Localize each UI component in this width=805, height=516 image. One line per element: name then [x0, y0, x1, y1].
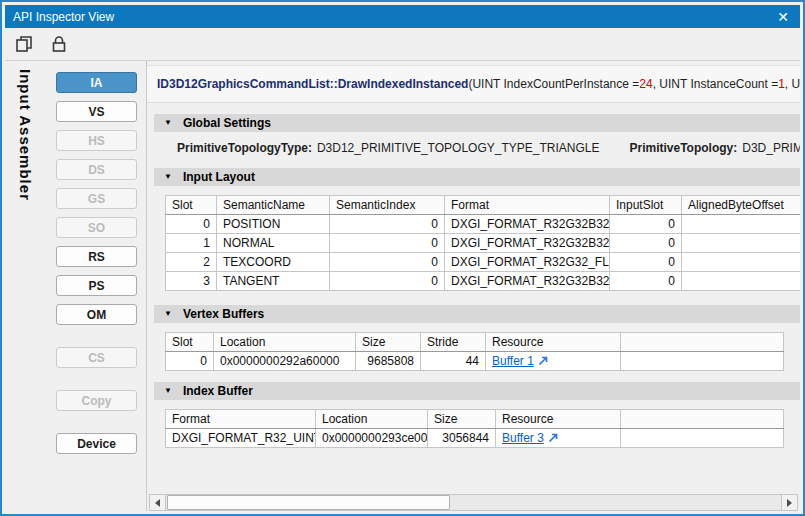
close-icon: ✕ [777, 9, 789, 25]
api-arg-value: 24 [639, 77, 652, 91]
stage-button-ds: DS [56, 159, 137, 180]
table-row[interactable]: 0 POSITION 0 DXGI_FORMAT_R32G32B32_FLOAT… [166, 215, 801, 234]
table-cell [682, 234, 801, 253]
stage-label: Input Assembler [17, 69, 34, 201]
stage-button-so: SO [56, 217, 137, 238]
api-arg-text: , UINT Sta... [785, 77, 800, 91]
table-cell: Buffer 1 [486, 352, 621, 371]
column-header[interactable]: Stride [421, 333, 486, 352]
table-cell [682, 215, 801, 234]
close-button[interactable]: ✕ [772, 7, 794, 27]
table-cell: DXGI_FORMAT_R32_UINT [166, 429, 316, 448]
index-buffer-table: Format Location Size Resource DXGI_FORMA… [165, 409, 784, 448]
stage-button-copy: Copy [56, 390, 137, 411]
column-header[interactable]: Slot [166, 196, 217, 215]
api-arg-text: , UINT InstanceCount = [653, 77, 779, 91]
table-cell: 9685808 [356, 352, 421, 371]
table-cell: TANGENT [217, 272, 330, 291]
pipeline-sidebar: Input Assembler IA VS HS DS GS SO RS PS … [5, 61, 146, 511]
table-cell: Buffer 3 [496, 429, 621, 448]
toolbar [5, 28, 800, 61]
table-row[interactable]: 0 0x0000000292a60000 9685808 44 Buffer 1 [166, 352, 784, 371]
table-cell: DXGI_FORMAT_R32G32_FLOAT [445, 253, 610, 272]
column-header[interactable] [621, 333, 784, 352]
column-header[interactable]: Slot [166, 333, 214, 352]
table-cell: 0 [330, 234, 445, 253]
column-header[interactable]: InputSlot [610, 196, 682, 215]
stage-button-column: IA VS HS DS GS SO RS PS OM CS Copy Devic… [56, 72, 137, 462]
table-row[interactable]: 1 NORMAL 0 DXGI_FORMAT_R32G32B32_FLOAT 0 [166, 234, 801, 253]
section-header-vertex-buffers[interactable]: ▼ Vertex Buffers [154, 305, 800, 323]
table-cell: NORMAL [217, 234, 330, 253]
table-cell [682, 272, 801, 291]
section-header-input-layout[interactable]: ▼ Input Layout [154, 168, 800, 186]
table-cell: 1 [166, 234, 217, 253]
column-header[interactable]: Resource [496, 410, 621, 429]
goto-resource-icon [548, 432, 558, 446]
copy-icon [14, 34, 34, 54]
api-arg-value: 1 [778, 77, 785, 91]
lock-icon [50, 34, 68, 54]
collapse-arrow-icon: ▼ [164, 173, 172, 181]
property-label: PrimitiveTopology: [629, 141, 737, 155]
section-header-index-buffer[interactable]: ▼ Index Buffer [154, 382, 800, 400]
copy-button[interactable] [11, 31, 37, 57]
goto-resource-icon [538, 355, 548, 369]
api-arg-text: (UINT IndexCountPerInstance = [468, 77, 639, 91]
window-body: Input Assembler IA VS HS DS GS SO RS PS … [5, 61, 800, 511]
api-method-name: ID3D12GraphicsCommandList::DrawIndexedIn… [157, 77, 468, 91]
column-header[interactable]: SemanticIndex [330, 196, 445, 215]
table-cell: 0 [610, 253, 682, 272]
resource-link-buffer-3[interactable]: Buffer 3 [502, 431, 544, 445]
table-cell: 0x0000000292a60000 [214, 352, 356, 371]
property-label: PrimitiveTopologyType: [177, 141, 312, 155]
column-header[interactable]: Location [316, 410, 428, 429]
column-header[interactable]: SemanticName [217, 196, 330, 215]
table-cell: 0 [330, 215, 445, 234]
table-cell: 44 [421, 352, 486, 371]
collapse-arrow-icon: ▼ [164, 310, 172, 318]
column-header[interactable] [621, 410, 784, 429]
column-header[interactable]: Format [445, 196, 610, 215]
table-row[interactable]: 2 TEXCOORD 0 DXGI_FORMAT_R32G32_FLOAT 0 [166, 253, 801, 272]
stage-button-gs: GS [56, 188, 137, 209]
lock-button[interactable] [46, 31, 72, 57]
scrollbar-thumb[interactable] [167, 495, 450, 510]
column-header[interactable]: AlignedByteOffset [682, 196, 801, 215]
table-cell: DXGI_FORMAT_R32G32B32_FLOAT [445, 272, 610, 291]
stage-button-om[interactable]: OM [56, 304, 137, 325]
stage-button-ia[interactable]: IA [56, 72, 137, 93]
table-cell: 0 [610, 215, 682, 234]
collapse-arrow-icon: ▼ [164, 387, 172, 395]
property-value: D3D_PRIMITIVE_TOPOLOGY_ [742, 141, 800, 155]
scroll-left-button[interactable] [149, 494, 166, 511]
section-title: Global Settings [183, 116, 271, 130]
table-row[interactable]: DXGI_FORMAT_R32_UINT 0x0000000293ce0000 … [166, 429, 784, 448]
resource-link-buffer-1[interactable]: Buffer 1 [492, 354, 534, 368]
stage-button-ps[interactable]: PS [56, 275, 137, 296]
table-row[interactable]: 3 TANGENT 0 DXGI_FORMAT_R32G32B32_FLOAT … [166, 272, 801, 291]
stage-button-hs: HS [56, 130, 137, 151]
column-header[interactable]: Resource [486, 333, 621, 352]
content-panel: ID3D12GraphicsCommandList::DrawIndexedIn… [146, 61, 800, 511]
scrollbar-track[interactable] [166, 494, 781, 511]
scroll-right-button[interactable] [781, 494, 798, 511]
table-cell [621, 352, 784, 371]
input-layout-table: Slot SemanticName SemanticIndex Format I… [165, 195, 800, 291]
table-cell: POSITION [217, 215, 330, 234]
section-title: Vertex Buffers [183, 307, 264, 321]
global-settings-properties: PrimitiveTopologyType:D3D12_PRIMITIVE_TO… [177, 141, 800, 156]
stage-button-rs[interactable]: RS [56, 246, 137, 267]
section-header-global-settings[interactable]: ▼ Global Settings [154, 114, 800, 132]
table-cell: DXGI_FORMAT_R32G32B32_FLOAT [445, 215, 610, 234]
table-cell: 2 [166, 253, 217, 272]
column-header[interactable]: Size [428, 410, 496, 429]
table-cell: 0 [610, 272, 682, 291]
title-bar: API Inspector View ✕ [5, 5, 800, 28]
column-header[interactable]: Size [356, 333, 421, 352]
column-header[interactable]: Location [214, 333, 356, 352]
column-header[interactable]: Format [166, 410, 316, 429]
stage-button-device[interactable]: Device [56, 433, 137, 454]
table-cell: 3 [166, 272, 217, 291]
stage-button-vs[interactable]: VS [56, 101, 137, 122]
